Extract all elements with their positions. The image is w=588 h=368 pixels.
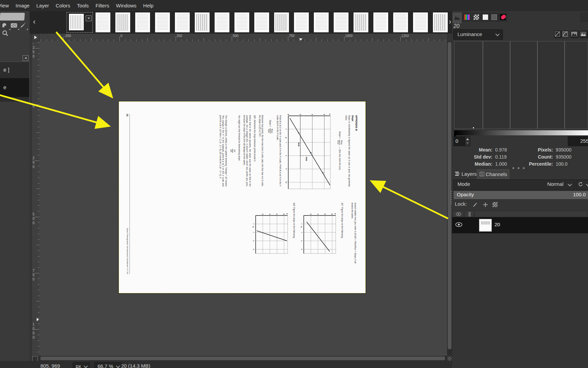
graph116: 2468100246YXRUNRISEABC [285, 112, 332, 190]
menu-item-tools[interactable]: Tools [74, 0, 92, 11]
ruler-label: 7 [33, 268, 39, 273]
page-thumbnail[interactable] [314, 12, 329, 32]
page-thumbnail[interactable] [254, 12, 269, 32]
pattern-select-tool-icon[interactable] [10, 21, 18, 29]
toolbox-column: ◄ e ]e [0, 11, 30, 368]
strip-prev-icon[interactable]: ‹ [32, 18, 37, 27]
dock-resize-grip[interactable]: ● ● ● [512, 165, 526, 170]
page-thumbnail[interactable] [96, 12, 110, 32]
page-thumbnail[interactable] [135, 12, 150, 32]
page-thumbnail[interactable] [354, 12, 368, 32]
paintbrush-tool-icon[interactable] [19, 21, 27, 29]
ruler-tick [344, 36, 344, 41]
chevron-down-icon [568, 182, 572, 187]
page-thumbnail[interactable] [294, 12, 309, 32]
svg-text:2: 2 [310, 213, 312, 214]
horizontal-scrollbar-thumb[interactable] [40, 357, 445, 360]
layer-name[interactable]: 20 [494, 222, 500, 227]
menu-item-filters[interactable]: Filters [92, 0, 113, 11]
page-thumbnail[interactable] [115, 12, 130, 32]
vertical-ruler[interactable]: -25002505007501000 [32, 41, 39, 356]
quick-mask-button[interactable] [32, 356, 38, 361]
histogram-channel-select[interactable]: Luminance [453, 29, 503, 40]
list-item[interactable]: e ] [0, 62, 29, 78]
intro-paragraph: Slope in sensitometry is figured the sam… [345, 115, 351, 187]
menu-item-view[interactable]: View [0, 0, 12, 11]
menu-item-windows[interactable]: Windows [113, 0, 140, 11]
lock-alpha-icon[interactable] [492, 202, 498, 207]
selected-thumbnail-box[interactable]: ✕ [67, 12, 93, 33]
zoom-dropdown[interactable]: 66.7 % [95, 362, 122, 368]
lock-position-icon[interactable] [482, 202, 488, 209]
selected-page-thumbnail[interactable] [69, 14, 84, 30]
ruler-label: -250 [64, 34, 71, 38]
menu-item-layer[interactable]: Layer [33, 0, 52, 11]
point-description: Point A is at 2 on the Y scale and 3 on … [276, 115, 282, 187]
layer-visibility-eye-icon[interactable] [455, 222, 463, 228]
layer-row[interactable]: 20 [452, 217, 588, 233]
ruler-tick [372, 38, 372, 41]
tab-histogram[interactable] [453, 13, 462, 23]
navigation-button[interactable] [447, 356, 452, 361]
page-thumbnail[interactable] [373, 12, 388, 32]
page-thumbnail[interactable] [334, 12, 348, 32]
svg-text:2: 2 [285, 129, 287, 130]
histogram-gridline [483, 41, 483, 129]
horizontal-scrollbar[interactable] [39, 356, 447, 361]
ruler-tick [232, 36, 232, 41]
page-thumbnail[interactable] [234, 12, 249, 32]
histogram-style-button[interactable] [571, 31, 579, 38]
svg-text:X: X [300, 226, 302, 228]
panel-grip[interactable] [450, 191, 452, 205]
tab-brushes[interactable] [499, 13, 507, 22]
panel-collapse-button[interactable]: ◄ [23, 55, 29, 61]
page-thumbnail[interactable] [274, 12, 289, 32]
ruler-origin-button[interactable] [32, 34, 39, 41]
range-low-stepper[interactable] [465, 136, 470, 146]
mode-group-switch-button[interactable] [576, 179, 588, 190]
opacity-slider[interactable]: Opacity 100.0 [453, 191, 588, 200]
free-select-tool-icon[interactable] [1, 21, 9, 29]
tab-layers[interactable]: Layers [453, 169, 479, 178]
unit-dropdown[interactable]: px [73, 362, 90, 368]
lock-label: Lock: [455, 201, 467, 207]
page-thumbnail[interactable] [413, 12, 428, 32]
list-item[interactable]: e [0, 78, 29, 97]
menu-item-help[interactable]: Help [140, 0, 157, 11]
svg-text:C: C [322, 172, 324, 173]
toolbox-header-fragment [0, 13, 25, 21]
lock-pixels-icon[interactable] [472, 202, 478, 209]
zoom-tool-icon[interactable] [2, 30, 9, 38]
tab-overflow-fragment[interactable] [580, 13, 588, 22]
tab-colors[interactable] [463, 13, 471, 22]
page-thumbnail[interactable] [195, 12, 210, 32]
page-thumbnail[interactable] [433, 12, 448, 32]
document-page[interactable]: APPENDIX BSlopeSlope in sensitometry is … [119, 101, 366, 293]
svg-text:8: 8 [331, 213, 333, 214]
histogram-style-button-2[interactable] [580, 31, 588, 38]
delta-formula: ΔYΔX [230, 115, 236, 187]
layer-mode-select[interactable]: Mode Normal [453, 179, 575, 190]
histogram-log-button[interactable] [562, 31, 569, 38]
tab-selection-editor[interactable] [490, 13, 499, 22]
page-thumbnail[interactable] [155, 12, 170, 32]
tab-channels[interactable]: Channels [477, 169, 509, 179]
std-dev-value: 0.119 [495, 154, 507, 160]
svg-text:8: 8 [283, 213, 285, 214]
page-thumbnail[interactable] [175, 12, 190, 32]
histogram-linear-button[interactable] [554, 31, 561, 38]
svg-text:0: 0 [287, 114, 289, 115]
ruler-tick [288, 36, 288, 41]
menu-item-image[interactable]: Image [12, 0, 33, 11]
page-thumbnail[interactable] [215, 12, 229, 32]
ruler-tick [36, 76, 39, 76]
page-right-column: doesn't matter how you write it ΔY/ΔX = … [251, 203, 357, 263]
close-icon[interactable]: ✕ [86, 15, 91, 21]
menu-item-colors[interactable]: Colors [52, 0, 73, 11]
page-thumbnail[interactable] [393, 12, 408, 32]
tab-document-history[interactable] [481, 13, 490, 22]
layer-thumbnail[interactable] [479, 219, 492, 232]
range-high-spinbox[interactable]: 255 [568, 136, 588, 146]
horizontal-ruler[interactable]: -250025050075010001250 [39, 34, 447, 41]
tab-patterns[interactable] [472, 13, 481, 22]
